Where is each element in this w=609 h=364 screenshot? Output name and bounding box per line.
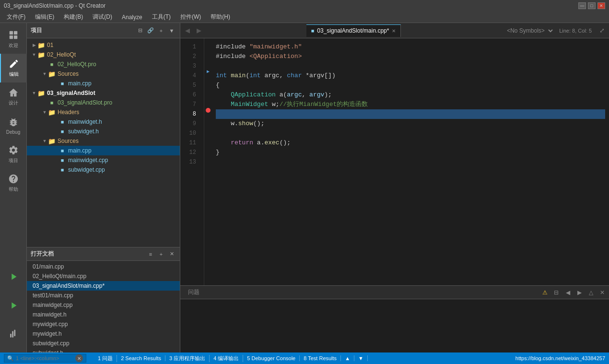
tree-item-main-cpp-1[interactable]: ▶ ■ main.cpp xyxy=(27,79,180,88)
open-doc-mywidget-h[interactable]: mywidget.h xyxy=(27,329,180,339)
maximize-btn[interactable]: □ xyxy=(588,2,596,9)
editor-tab-main-cpp[interactable]: ■ 03_signalAndSlot/main.cpp* ✕ xyxy=(306,24,401,37)
open-doc-subwidget-h[interactable]: subwidget.h xyxy=(27,348,180,352)
open-doc-subwidget-cpp[interactable]: subwidget.cpp xyxy=(27,339,180,348)
tree-item-sources-1[interactable]: ▼ 📁 Sources xyxy=(27,69,180,79)
tab-file-label: 03_signalAndSlot/main.cpp* xyxy=(317,27,389,34)
menu-help[interactable]: 帮助(H) xyxy=(206,12,235,23)
open-doc-02-main[interactable]: 02_HelloQt/main.cpp xyxy=(27,271,180,281)
sidebar-item-help[interactable]: 帮助 xyxy=(0,169,27,198)
line-num-7: 7 xyxy=(180,100,200,109)
bottom-maximize-btn[interactable]: △ xyxy=(586,288,596,297)
build-icon xyxy=(8,329,19,340)
search-input[interactable] xyxy=(16,355,73,361)
bottom-tab-issues[interactable]: 问题 xyxy=(182,286,205,298)
sidebar-item-run[interactable] xyxy=(0,262,27,291)
code-line-11: return a.exec(); xyxy=(216,138,605,148)
bottom-nav-next[interactable]: ▶ xyxy=(574,288,584,297)
panel-close-btn[interactable]: ▼ xyxy=(167,26,176,35)
bottom-nav-prev[interactable]: ◀ xyxy=(563,288,573,297)
nav-back-btn[interactable]: ◀ xyxy=(182,25,193,36)
expand-editor-btn[interactable]: ⤢ xyxy=(597,25,607,36)
menu-file[interactable]: 文件(F) xyxy=(2,12,30,23)
cpp-icon-subwidget: ■ xyxy=(59,166,66,174)
status-item-3[interactable]: 3 应用程序输出 xyxy=(165,355,210,362)
line-col-display: Line: 8, Col: 5 xyxy=(559,28,592,34)
menu-build[interactable]: 构建(B) xyxy=(59,12,88,23)
sidebar-item-debug-run[interactable] xyxy=(0,291,27,320)
gutter-arrow-4: ▶ xyxy=(207,67,210,77)
bottom-close-btn[interactable]: ✕ xyxy=(597,288,607,297)
open-doc-test01-main[interactable]: test01/main.cpp xyxy=(27,291,180,300)
bottom-tab-search[interactable] xyxy=(205,291,217,294)
project-panel-icons: ⊟ 🔗 + ▼ xyxy=(136,26,176,35)
tree-item-01[interactable]: ▶ 📁 01 xyxy=(27,40,180,50)
tree-item-headers[interactable]: ▼ 📁 Headers xyxy=(27,107,180,117)
menu-edit[interactable]: 编辑(E) xyxy=(30,12,59,23)
tree-spacer-03sigslot-pro: ▶ xyxy=(41,100,48,105)
svg-rect-1 xyxy=(13,31,17,35)
panel-add-btn[interactable]: + xyxy=(157,26,165,35)
symbol-select[interactable]: <No Symbols> xyxy=(503,26,554,35)
open-doc-mywidget-cpp[interactable]: mywidget.cpp xyxy=(27,319,180,329)
minimize-btn[interactable]: — xyxy=(578,2,586,9)
status-item-2[interactable]: 2 Search Results xyxy=(117,355,165,361)
tree-item-subwidget-h[interactable]: ▶ ■ subwidget.h xyxy=(27,127,180,136)
open-doc-mainwidget-cpp[interactable]: mainwidget.cpp xyxy=(27,300,180,310)
line-numbers: 1 2 3 4 5 6 7 8 9 10 11 12 13 xyxy=(180,38,204,285)
tree-arrow-01: ▶ xyxy=(31,43,37,47)
tree-item-main-cpp-active[interactable]: ▶ ■ main.cpp xyxy=(27,146,180,155)
menu-tools[interactable]: 工具(T) xyxy=(147,12,176,23)
code-content[interactable]: #include "mainwidget.h" #include <QAppli… xyxy=(212,38,609,285)
tree-item-subwidget-cpp[interactable]: ▶ ■ subwidget.cpp xyxy=(27,165,180,175)
sidebar-item-debug[interactable]: Debug xyxy=(0,111,27,140)
open-doc-03-main[interactable]: 03_signalAndSlot/main.cpp* xyxy=(27,281,180,291)
tree-item-mainwidget-cpp[interactable]: ▶ ■ mainwidget.cpp xyxy=(27,155,180,165)
tree-label-headers: Headers xyxy=(58,109,79,116)
status-item-5[interactable]: 5 Debugger Console xyxy=(243,355,300,361)
sidebar-item-design[interactable]: 设计 xyxy=(0,82,27,111)
tree-item-03sigslot-pro[interactable]: ▶ ■ 03_signalAndSlot.pro xyxy=(27,98,180,107)
panel-filter-btn[interactable]: ⊟ xyxy=(136,26,144,35)
window-controls[interactable]: — □ ✕ xyxy=(578,2,605,9)
bottom-warning-btn[interactable]: ⚠ xyxy=(540,288,550,297)
open-doc-mainwidget-h[interactable]: mainwidget.h xyxy=(27,310,180,319)
menu-controls[interactable]: 控件(W) xyxy=(176,12,206,23)
menu-bar: 文件(F) 编辑(E) 构建(B) 调试(D) Analyze 工具(T) 控件… xyxy=(0,12,609,23)
sidebar-item-welcome[interactable]: 欢迎 xyxy=(0,25,27,54)
close-btn[interactable]: ✕ xyxy=(597,2,605,9)
tree-item-sources-2[interactable]: ▼ 📁 Sources xyxy=(27,136,180,146)
nav-forward-btn[interactable]: ▶ xyxy=(194,25,204,36)
menu-debug[interactable]: 调试(D) xyxy=(88,12,117,23)
line-num-9: 9 xyxy=(180,119,200,129)
cpp-icon-mainwidget: ■ xyxy=(59,156,66,164)
line-num-11: 11 xyxy=(180,138,200,148)
sidebar-item-build[interactable] xyxy=(0,320,27,349)
bottom-filter-btn[interactable]: ⊟ xyxy=(551,288,561,297)
sidebar-item-project[interactable]: 项目 xyxy=(0,140,27,169)
sidebar-item-edit[interactable]: 编辑 xyxy=(0,54,27,82)
status-search-area[interactable]: 🔍 ✕ xyxy=(4,354,86,363)
panel-link-btn[interactable]: 🔗 xyxy=(146,26,155,35)
search-icon: 🔍 xyxy=(7,355,14,362)
tree-item-02hellqt-pro[interactable]: ▶ ■ 02_HelloQt.pro xyxy=(27,59,180,69)
open-docs-add-btn[interactable]: + xyxy=(157,250,165,258)
sidebar-label-welcome: 欢迎 xyxy=(9,42,18,49)
code-editor: 1 2 3 4 5 6 7 8 9 10 11 12 13 ▶ xyxy=(180,38,609,285)
tree-item-02hellQt[interactable]: ▼ 📁 02_HelloQt xyxy=(27,50,180,59)
menu-analyze[interactable]: Analyze xyxy=(117,12,147,23)
status-nav-up[interactable]: ▲ xyxy=(341,355,354,361)
status-item-8[interactable]: 8 Test Results xyxy=(300,355,341,361)
tree-item-03sigslot[interactable]: ▼ 📁 03_signalAndSlot xyxy=(27,88,180,98)
open-docs-close-btn[interactable]: ✕ xyxy=(167,250,176,258)
code-line-5: { xyxy=(216,81,605,90)
status-item-1[interactable]: 1 问题 xyxy=(94,355,117,362)
tree-item-mainwidget-h[interactable]: ▶ ■ mainwidget.h xyxy=(27,117,180,127)
tab-close-btn[interactable]: ✕ xyxy=(392,28,396,34)
tree-label-main-cpp-1: main.cpp xyxy=(68,80,92,87)
search-clear-btn[interactable]: ✕ xyxy=(75,354,83,362)
status-item-4[interactable]: 4 编译输出 xyxy=(210,355,243,362)
open-docs-options-btn[interactable]: ≡ xyxy=(146,250,155,258)
open-doc-01-main[interactable]: 01/main.cpp xyxy=(27,262,180,271)
status-nav-down[interactable]: ▼ xyxy=(354,355,368,361)
